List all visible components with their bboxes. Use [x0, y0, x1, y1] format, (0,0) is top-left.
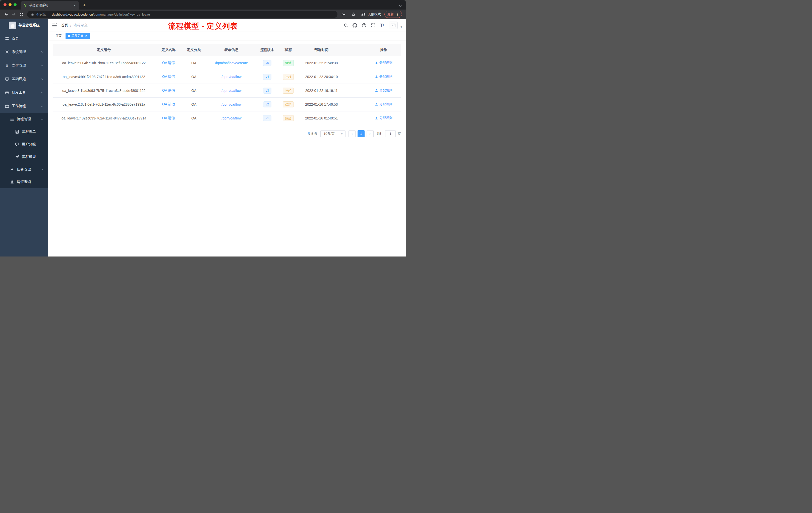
definition-id: oa_leave:5:004b710b-7b8a-11ec-8ef0-acde4…: [53, 56, 155, 70]
definition-id: oa_leave:3:1fad3d93-7b75-11ec-a3c8-acde4…: [53, 84, 155, 97]
page-unit-label: 页: [398, 131, 401, 136]
definition-table: 定义编号 定义名称 定义分类 表单信息 流程版本 状态 部署时间 操作: [53, 44, 401, 125]
tag-home[interactable]: 首页: [53, 33, 64, 39]
forward-button[interactable]: [10, 10, 18, 18]
dashboard-icon: [5, 36, 9, 40]
sidebar-item-process-management[interactable]: 流程管理: [0, 113, 48, 125]
deploy-time: 2022-01-16 01:40:51: [299, 111, 343, 125]
sidebar-item-workflow[interactable]: 工作流程: [0, 99, 48, 113]
help-button[interactable]: [361, 23, 366, 28]
new-tab-button[interactable]: +: [81, 2, 88, 9]
table-row[interactable]: oa_leave:1:482ec033-762a-11ec-8477-a2380…: [53, 111, 401, 125]
app-title: 芋道管理系统: [19, 23, 40, 28]
sidebar-item-system[interactable]: 系统管理: [0, 45, 48, 59]
col-form-info: 表单信息: [205, 44, 258, 56]
definition-name-link[interactable]: OA 请假: [162, 116, 175, 120]
version-badge: v4: [263, 74, 271, 80]
sidebar-item-label: 基础设施: [12, 77, 26, 81]
yen-icon: ¥: [5, 63, 9, 68]
table-row[interactable]: oa_leave:5:004b710b-7b8a-11ec-8ef0-acde4…: [53, 56, 401, 70]
form-link[interactable]: /bpm/oa/flow: [222, 75, 241, 79]
sidebar-item-dev-tools[interactable]: 研发工具: [0, 86, 48, 99]
definition-id: oa_leave:4:991f2193-7b7f-11ec-a3c8-acde4…: [53, 70, 155, 84]
avatar[interactable]: [389, 22, 398, 29]
user-group-icon: [15, 142, 19, 146]
chevron-down-icon: [41, 51, 44, 54]
tab-search-chevron-icon[interactable]: [399, 4, 402, 7]
form-link[interactable]: /bpm/oa/flow: [222, 102, 241, 107]
toolbar-right-cluster: 无痕模式 更新 ⋮: [340, 10, 404, 18]
assign-rule-label: 分配规则: [379, 88, 393, 93]
sidebar-item-label: 支付管理: [12, 63, 26, 68]
minimize-window-button[interactable]: [8, 3, 11, 6]
avatar-caret-icon[interactable]: ▾: [401, 25, 402, 29]
assign-rule-link[interactable]: 分配规则: [375, 102, 393, 107]
sidebar-item-process-form[interactable]: 流程表单: [0, 125, 48, 138]
sidebar-item-task-management[interactable]: 任务管理: [0, 163, 48, 176]
content-area: 定义编号 定义名称 定义分类 表单信息 流程版本 状态 部署时间 操作: [48, 40, 406, 256]
sidebar-item-leave-query[interactable]: 请假查询: [0, 176, 48, 188]
active-tag-dot: [68, 35, 70, 37]
breadcrumb-home[interactable]: 首页: [61, 23, 68, 28]
main-panel: 首页 / 流程定义 TT ▾ 首页: [48, 19, 406, 256]
sidebar-item-infrastructure[interactable]: 基础设施: [0, 72, 48, 86]
sidebar-item-home[interactable]: 首页: [0, 32, 48, 45]
spacer-cell: [343, 56, 366, 70]
back-button[interactable]: [2, 10, 10, 18]
star-icon: [351, 12, 355, 17]
tag-process-definition[interactable]: 流程定义 ×: [65, 33, 90, 39]
browser-menu-icon[interactable]: ⋮: [396, 12, 399, 16]
sidebar-item-label: 流程模型: [22, 155, 36, 159]
tag-close-icon[interactable]: ×: [85, 34, 87, 37]
page-number-button[interactable]: 1: [357, 130, 365, 137]
fullscreen-button[interactable]: [371, 23, 375, 28]
table-row[interactable]: oa_leave:4:991f2193-7b7f-11ec-a3c8-acde4…: [53, 70, 401, 84]
browser-toolbar: 不安全 | dashboard.yudao.iocoder.cn/bpm/man…: [0, 9, 406, 19]
form-link[interactable]: /bpm/oa/leave/create: [215, 61, 248, 65]
form-link[interactable]: /bpm/oa/flow: [222, 89, 241, 93]
assign-rule-link[interactable]: 分配规则: [375, 74, 393, 79]
goto-page-input[interactable]: [385, 130, 396, 137]
close-window-button[interactable]: [3, 3, 6, 6]
back-arrow-icon: [4, 12, 8, 17]
browser-update-button[interactable]: 更新 ⋮: [384, 11, 402, 18]
sidebar-menu: 首页 系统管理 ¥ 支付管理 基础设施: [0, 32, 48, 256]
list-icon: [10, 117, 14, 121]
sidebar-item-user-group[interactable]: 用户分组: [0, 138, 48, 151]
table-row[interactable]: oa_leave:2:3c1f0ef1-76b1-11ec-9c66-a2380…: [53, 97, 401, 111]
page-size-select[interactable]: 10条/页 ▼: [320, 130, 346, 137]
security-label: 不安全: [36, 12, 46, 17]
col-spacer: [343, 44, 366, 56]
zoom-window-button[interactable]: [13, 3, 17, 6]
chevron-down-icon: [41, 78, 44, 81]
font-size-button[interactable]: TT: [380, 23, 384, 28]
github-button[interactable]: [352, 23, 357, 28]
sidebar-item-payment[interactable]: ¥ 支付管理: [0, 59, 48, 72]
search-button[interactable]: [344, 23, 348, 28]
chevron-up-icon: [41, 118, 44, 121]
bookmark-star-button[interactable]: [349, 10, 357, 18]
question-circle-icon: [362, 23, 366, 28]
incognito-label: 无痕模式: [368, 12, 381, 17]
address-bar[interactable]: 不安全 | dashboard.yudao.iocoder.cn/bpm/man…: [27, 11, 338, 18]
sidebar-collapse-icon[interactable]: [52, 23, 57, 28]
prev-page-button[interactable]: ‹: [348, 130, 355, 137]
browser-tab[interactable]: 芋道管理系统 ×: [21, 1, 79, 9]
tab-close-icon[interactable]: ×: [72, 3, 77, 7]
definition-name-link[interactable]: OA 请假: [162, 61, 175, 65]
sidebar-item-process-model[interactable]: 流程模型: [0, 151, 48, 163]
assign-rule-link[interactable]: 分配规则: [375, 116, 393, 120]
assign-rule-link[interactable]: 分配规则: [375, 88, 393, 93]
definition-name-link[interactable]: OA 请假: [162, 88, 175, 92]
reload-button[interactable]: [18, 10, 25, 18]
table-row[interactable]: oa_leave:3:1fad3d93-7b75-11ec-a3c8-acde4…: [53, 84, 401, 97]
password-key-button[interactable]: [340, 10, 347, 18]
gear-icon: [5, 50, 9, 54]
definition-category: OA: [182, 70, 205, 84]
form-link[interactable]: /bpm/oa/flow: [222, 116, 241, 120]
definition-name-link[interactable]: OA 请假: [162, 102, 175, 106]
assign-rule-link[interactable]: 分配规则: [375, 60, 393, 65]
definition-name-link[interactable]: OA 请假: [162, 74, 175, 79]
next-page-button[interactable]: ›: [367, 130, 374, 137]
forward-arrow-icon: [11, 12, 16, 17]
